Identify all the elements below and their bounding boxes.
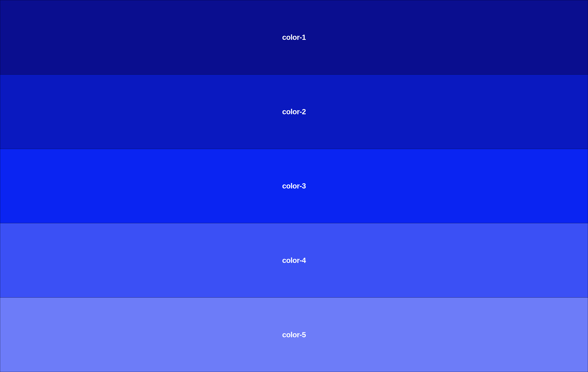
swatch-color-1: color-1 (0, 0, 588, 74)
swatch-color-4: color-4 (0, 223, 588, 297)
swatch-label: color-4 (282, 256, 306, 265)
swatch-label: color-1 (282, 33, 306, 42)
swatch-color-3: color-3 (0, 149, 588, 223)
swatch-label: color-2 (282, 107, 306, 116)
swatch-label: color-5 (282, 330, 306, 339)
swatch-label: color-3 (282, 182, 306, 190)
swatch-color-5: color-5 (0, 297, 588, 372)
swatch-color-2: color-2 (0, 74, 588, 149)
color-palette: color-1 color-2 color-3 color-4 color-5 (0, 0, 588, 372)
